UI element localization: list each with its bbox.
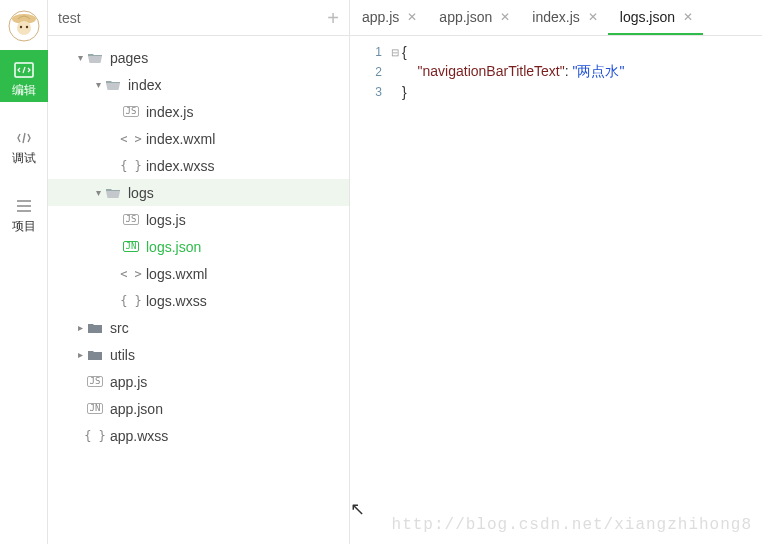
add-file-button[interactable]: + xyxy=(327,8,339,28)
tree-file[interactable]: ▸{ }index.wxss xyxy=(48,152,349,179)
folder-open-icon xyxy=(104,186,122,200)
jn-icon: JN xyxy=(122,241,140,253)
js-icon: JS xyxy=(86,376,104,388)
svg-point-2 xyxy=(17,21,31,35)
jn-icon: JN xyxy=(86,403,104,415)
editor-tabs: app.js✕app.json✕index.js✕logs.json✕ xyxy=(350,0,762,36)
folder-icon xyxy=(86,321,104,335)
tree-item-label: index.js xyxy=(146,104,193,120)
tab-label: index.js xyxy=(532,9,579,25)
tree-item-label: index xyxy=(128,77,161,93)
tab-app-json[interactable]: app.json✕ xyxy=(427,0,520,35)
close-icon[interactable]: ✕ xyxy=(588,10,598,24)
code-text: } xyxy=(402,84,407,100)
editor-area: app.js✕app.json✕index.js✕logs.json✕ 1⊟{2… xyxy=(350,0,762,544)
tree-file[interactable]: ▸{ }app.wxss xyxy=(48,422,349,449)
code-text: "navigationBarTitleText": "两点水" xyxy=(402,63,624,81)
tree-item-label: utils xyxy=(110,347,135,363)
folder-open-icon xyxy=(86,51,104,65)
code-editor[interactable]: 1⊟{2 "navigationBarTitleText": "两点水"3}↖ … xyxy=(350,36,762,544)
tab-label: app.json xyxy=(439,9,492,25)
code-line[interactable]: 2 "navigationBarTitleText": "两点水" xyxy=(350,62,762,82)
js-icon: JS xyxy=(122,214,140,226)
tree-folder[interactable]: ▸src xyxy=(48,314,349,341)
tree-item-label: logs.wxml xyxy=(146,266,207,282)
rail-item-project[interactable]: 项目 xyxy=(0,186,48,238)
tree-item-label: app.wxss xyxy=(110,428,168,444)
folder-icon xyxy=(86,348,104,362)
left-rail: 编辑调试项目 xyxy=(0,0,48,544)
chevron-down-icon[interactable]: ▾ xyxy=(74,52,86,63)
close-icon[interactable]: ✕ xyxy=(683,10,693,24)
tree-file[interactable]: ▸JSapp.js xyxy=(48,368,349,395)
tab-index-js[interactable]: index.js✕ xyxy=(520,0,607,35)
file-explorer: test + ▾pages▾index▸JSindex.js▸< >index.… xyxy=(48,0,350,544)
close-icon[interactable]: ✕ xyxy=(500,10,510,24)
chevron-down-icon[interactable]: ▾ xyxy=(92,79,104,90)
tree-folder[interactable]: ▾pages xyxy=(48,44,349,71)
chevron-down-icon[interactable]: ▾ xyxy=(92,187,104,198)
line-number: 3 xyxy=(350,85,388,99)
tree-item-label: app.js xyxy=(110,374,147,390)
tab-label: logs.json xyxy=(620,9,675,25)
cursor-icon: ↖ xyxy=(350,498,365,520)
avatar[interactable] xyxy=(6,8,42,44)
chevron-right-icon[interactable]: ▸ xyxy=(74,322,86,333)
tree-item-label: logs.json xyxy=(146,239,201,255)
angle-icon: < > xyxy=(122,132,140,146)
watermark: http://blog.csdn.net/xiangzhihong8 xyxy=(392,516,752,534)
rail-item-label: 项目 xyxy=(12,220,36,232)
tree-item-label: pages xyxy=(110,50,148,66)
rail-item-debug[interactable]: 调试 xyxy=(0,118,48,170)
close-icon[interactable]: ✕ xyxy=(407,10,417,24)
tree-file[interactable]: ▸JNlogs.json xyxy=(48,233,349,260)
tree-item-label: logs xyxy=(128,185,154,201)
rail-item-edit[interactable]: 编辑 xyxy=(0,50,48,102)
tree-item-label: logs.js xyxy=(146,212,186,228)
project-name: test xyxy=(58,10,327,26)
svg-point-4 xyxy=(25,26,27,28)
fold-icon[interactable]: ⊟ xyxy=(388,47,402,58)
folder-open-icon xyxy=(104,78,122,92)
line-number: 2 xyxy=(350,65,388,79)
code-text: { xyxy=(402,44,407,60)
code-icon xyxy=(14,60,34,80)
tree-file[interactable]: ▸{ }logs.wxss xyxy=(48,287,349,314)
file-tree: ▾pages▾index▸JSindex.js▸< >index.wxml▸{ … xyxy=(48,36,349,544)
explorer-header: test + xyxy=(48,0,349,36)
brace-icon: { } xyxy=(122,159,140,173)
angle-icon: < > xyxy=(122,267,140,281)
brace-icon: { } xyxy=(86,429,104,443)
tree-file[interactable]: ▸JNapp.json xyxy=(48,395,349,422)
tree-item-label: logs.wxss xyxy=(146,293,207,309)
tree-item-label: src xyxy=(110,320,129,336)
tree-item-label: index.wxss xyxy=(146,158,214,174)
chevron-right-icon[interactable]: ▸ xyxy=(74,349,86,360)
line-number: 1 xyxy=(350,45,388,59)
code-line[interactable]: 1⊟{ xyxy=(350,42,762,62)
rail-item-label: 调试 xyxy=(12,152,36,164)
tree-folder[interactable]: ▾logs xyxy=(48,179,349,206)
tree-file[interactable]: ▸< >index.wxml xyxy=(48,125,349,152)
tree-folder[interactable]: ▸utils xyxy=(48,341,349,368)
tree-folder[interactable]: ▾index xyxy=(48,71,349,98)
tree-file[interactable]: ▸JSindex.js xyxy=(48,98,349,125)
code-line[interactable]: 3} xyxy=(350,82,762,102)
tree-file[interactable]: ▸JSlogs.js xyxy=(48,206,349,233)
tab-app-js[interactable]: app.js✕ xyxy=(350,0,427,35)
rail-item-label: 编辑 xyxy=(12,84,36,96)
svg-point-3 xyxy=(19,26,21,28)
js-icon: JS xyxy=(122,106,140,118)
menu-icon xyxy=(14,196,34,216)
tree-item-label: app.json xyxy=(110,401,163,417)
tree-item-label: index.wxml xyxy=(146,131,215,147)
debug-icon xyxy=(14,128,34,148)
tab-logs-json[interactable]: logs.json✕ xyxy=(608,0,703,35)
brace-icon: { } xyxy=(122,294,140,308)
tree-file[interactable]: ▸< >logs.wxml xyxy=(48,260,349,287)
tab-label: app.js xyxy=(362,9,399,25)
